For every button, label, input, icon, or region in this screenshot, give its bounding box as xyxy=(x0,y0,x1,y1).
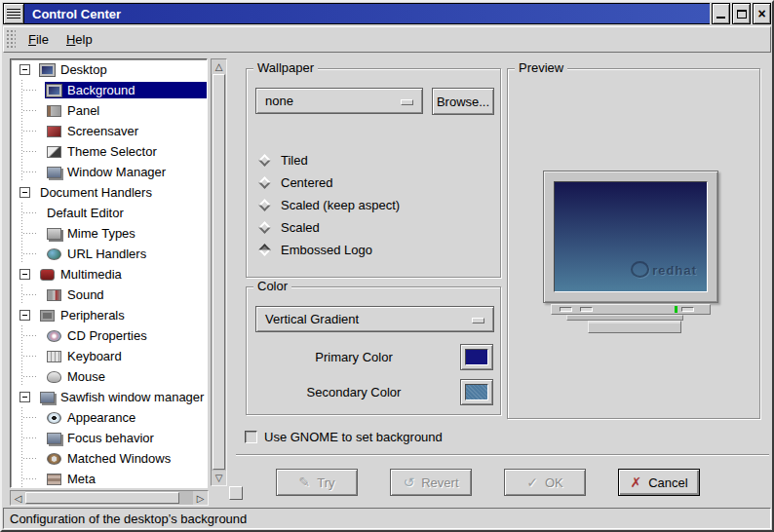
tree-item-label: Theme Selector xyxy=(67,144,157,159)
tree-connector xyxy=(19,469,45,488)
tree-item-sawfish-window-manager[interactable]: Sawfish window manager xyxy=(11,387,207,407)
tree-item-screensaver[interactable]: Screensaver xyxy=(11,121,207,141)
tree-item-content: Window Manager xyxy=(45,164,207,180)
vertical-scrollbar-thumb[interactable] xyxy=(213,74,225,470)
scroll-down-icon[interactable]: ▽ xyxy=(212,471,226,485)
close-icon: × xyxy=(757,7,765,20)
tree-connector xyxy=(19,325,45,346)
radio-scaled[interactable]: Scaled xyxy=(258,219,320,236)
tree-item-focus-behavior[interactable]: Focus behavior xyxy=(11,428,207,448)
radio-tiled[interactable]: Tiled xyxy=(258,152,308,169)
tree-item-content: Desktop xyxy=(38,61,207,78)
tree-connector xyxy=(19,244,45,264)
screensaver-icon xyxy=(47,126,61,137)
tree-connector xyxy=(19,141,45,162)
tree-horizontal-scrollbar[interactable]: ◁ ▷ xyxy=(10,490,209,506)
titlebar-drag-area[interactable]: Control Center xyxy=(24,3,710,24)
primary-color-label: Primary Color xyxy=(254,350,453,364)
tree-item-document-handlers[interactable]: Document Handlers xyxy=(11,182,207,203)
tree-vertical-scrollbar[interactable]: △ ▽ xyxy=(211,58,227,486)
try-icon xyxy=(298,475,310,489)
tree-item-sound[interactable]: Sound xyxy=(11,285,207,305)
close-button[interactable]: × xyxy=(753,3,771,24)
tree-item-content: Default Editor xyxy=(45,205,207,221)
button-label: Try xyxy=(317,475,334,490)
expander-minus-icon[interactable] xyxy=(19,64,30,75)
tree-item-panel[interactable]: Panel xyxy=(11,100,207,121)
tree-item-matched-windows[interactable]: Matched Windows xyxy=(11,448,207,469)
radio-unselected-icon[interactable] xyxy=(258,199,271,211)
radio-selected-icon[interactable] xyxy=(258,244,271,256)
tree-item-label: Screensaver xyxy=(67,124,138,138)
cancel-button[interactable]: Cancel xyxy=(618,469,700,496)
wallpaper-file-dropdown[interactable]: none xyxy=(255,88,423,114)
statusbar-text: Configuration of the desktop’s backgroun… xyxy=(10,512,247,526)
preview-frame: Preview redhat xyxy=(507,68,760,419)
tree-item-mime-types[interactable]: Mime Types xyxy=(11,223,207,244)
tree-item-window-manager[interactable]: Window Manager xyxy=(11,162,207,182)
tree-item-cd-properties[interactable]: CD Properties xyxy=(11,325,207,346)
expander-minus-icon[interactable] xyxy=(19,269,30,280)
radio-unselected-icon[interactable] xyxy=(258,221,271,234)
tree-item-url-handlers[interactable]: URL Handlers xyxy=(11,244,207,264)
monitor-button xyxy=(681,307,694,312)
radio-scaled-keep-aspect[interactable]: Scaled (keep aspect) xyxy=(258,197,400,213)
secondary-color-button[interactable] xyxy=(460,379,493,405)
revert-button[interactable]: Revert xyxy=(390,469,472,496)
control-center-window: Control Center × FileHelp DesktopBackgro… xyxy=(0,0,774,532)
tree-item-content: CD Properties xyxy=(45,327,207,344)
color-frame: Color Vertical Gradient Primary Color Se… xyxy=(246,286,501,415)
scroll-up-icon[interactable]: △ xyxy=(212,59,226,74)
multimedia-icon xyxy=(40,269,55,281)
tree-item-mouse[interactable]: Mouse xyxy=(11,366,207,387)
sawfish-icon xyxy=(40,392,55,403)
primary-color-button[interactable] xyxy=(460,344,493,370)
radio-centered[interactable]: Centered xyxy=(258,174,332,191)
button-label: Cancel xyxy=(648,475,687,490)
tree-connector xyxy=(19,346,45,366)
tree-item-multimedia[interactable]: Multimedia xyxy=(11,264,207,285)
radio-embossed-logo[interactable]: Embossed Logo xyxy=(258,242,372,258)
expander-minus-icon[interactable] xyxy=(19,310,30,321)
separator xyxy=(236,454,769,456)
window-menu-button[interactable] xyxy=(3,3,24,24)
minimize-button[interactable] xyxy=(712,3,730,24)
tree-item-label: Panel xyxy=(67,103,99,118)
gradient-type-value: Vertical Gradient xyxy=(265,312,359,326)
option-menu-indicator-icon xyxy=(472,318,484,323)
gradient-type-dropdown[interactable]: Vertical Gradient xyxy=(255,306,494,332)
tree-item-keyboard[interactable]: Keyboard xyxy=(11,346,207,366)
tree-connector xyxy=(19,448,45,469)
maximize-button[interactable] xyxy=(732,3,751,24)
scroll-left-icon[interactable]: ◁ xyxy=(11,491,25,505)
menu-help[interactable]: Help xyxy=(58,28,101,51)
menu-file[interactable]: File xyxy=(19,28,58,51)
monitor-base xyxy=(551,304,711,315)
tree-item-appearance[interactable]: Appearance xyxy=(11,407,207,428)
ok-button[interactable]: OK xyxy=(504,469,586,496)
preview-keyboard xyxy=(588,321,681,333)
panel-icon xyxy=(47,105,61,117)
expander-minus-icon[interactable] xyxy=(19,392,30,402)
tree-connector xyxy=(19,407,45,428)
tree-item-theme-selector[interactable]: Theme Selector xyxy=(11,141,207,162)
tree-item-desktop[interactable]: Desktop xyxy=(11,59,207,80)
pane-resize-grip[interactable] xyxy=(229,486,243,500)
tree-item-default-editor[interactable]: Default Editor xyxy=(11,203,207,223)
browse-button[interactable]: Browse... xyxy=(432,88,494,115)
use-gnome-checkbox-row[interactable]: Use GNOME to set background xyxy=(245,430,443,444)
horizontal-scrollbar-thumb[interactable] xyxy=(25,492,179,504)
try-button[interactable]: Try xyxy=(276,469,358,496)
url-handlers-icon xyxy=(47,248,61,260)
tree-item-peripherals[interactable]: Peripherals xyxy=(11,305,207,325)
radio-unselected-icon[interactable] xyxy=(258,176,271,189)
focus-behavior-icon xyxy=(47,433,61,444)
use-gnome-checkbox[interactable] xyxy=(245,431,257,443)
scroll-right-icon[interactable]: ▷ xyxy=(193,491,208,505)
tree-connector xyxy=(19,366,45,387)
expander-minus-icon[interactable] xyxy=(19,187,30,198)
menubar-grip-handle[interactable] xyxy=(6,29,16,50)
tree-item-meta[interactable]: Meta xyxy=(11,469,207,488)
tree-item-background[interactable]: Background xyxy=(11,80,207,100)
radio-unselected-icon[interactable] xyxy=(258,154,271,167)
